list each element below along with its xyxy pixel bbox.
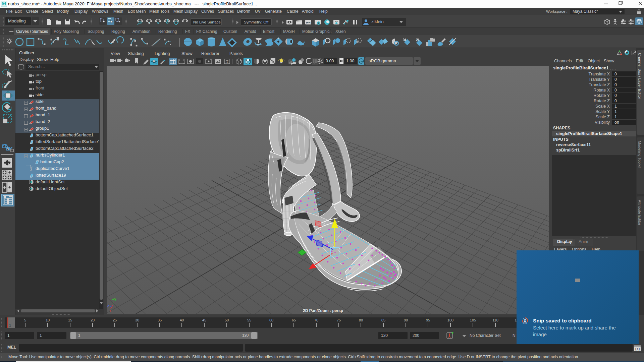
svg-text:IPR: IPR xyxy=(306,21,311,24)
svg-text:110: 110 xyxy=(492,318,498,322)
svg-text:65: 65 xyxy=(292,318,296,322)
svg-text:x: x xyxy=(109,309,111,313)
svg-text:80: 80 xyxy=(359,318,363,322)
svg-text:60: 60 xyxy=(269,318,273,322)
svg-text:35: 35 xyxy=(158,318,162,322)
svg-text:z: z xyxy=(107,304,109,308)
svg-text:2D Pan/Zoom : persp: 2D Pan/Zoom : persp xyxy=(303,308,343,313)
svg-text:50: 50 xyxy=(225,318,229,322)
svg-text:10: 10 xyxy=(46,318,50,322)
svg-text:95: 95 xyxy=(426,318,430,322)
svg-text:55: 55 xyxy=(247,318,251,322)
svg-text:5: 5 xyxy=(24,318,26,322)
svg-text:75: 75 xyxy=(337,318,341,322)
svg-text:25: 25 xyxy=(113,318,117,322)
svg-text:105: 105 xyxy=(470,318,476,322)
svg-text:15: 15 xyxy=(68,318,72,322)
svg-text:90: 90 xyxy=(404,318,408,322)
svg-text:85: 85 xyxy=(381,318,385,322)
svg-text:20: 20 xyxy=(91,318,95,322)
svg-text:30: 30 xyxy=(135,318,139,322)
svg-text:M: M xyxy=(2,1,6,6)
svg-text:{;}: {;} xyxy=(635,348,640,351)
svg-text:100: 100 xyxy=(447,318,453,322)
svg-text:ON: ON xyxy=(359,60,363,63)
svg-text:T: T xyxy=(226,59,228,63)
svg-text:45: 45 xyxy=(202,318,206,322)
svg-text:1: 1 xyxy=(9,323,11,327)
svg-text:70: 70 xyxy=(314,318,318,322)
svg-text:y: y xyxy=(114,297,116,301)
svg-text:40: 40 xyxy=(180,318,184,322)
